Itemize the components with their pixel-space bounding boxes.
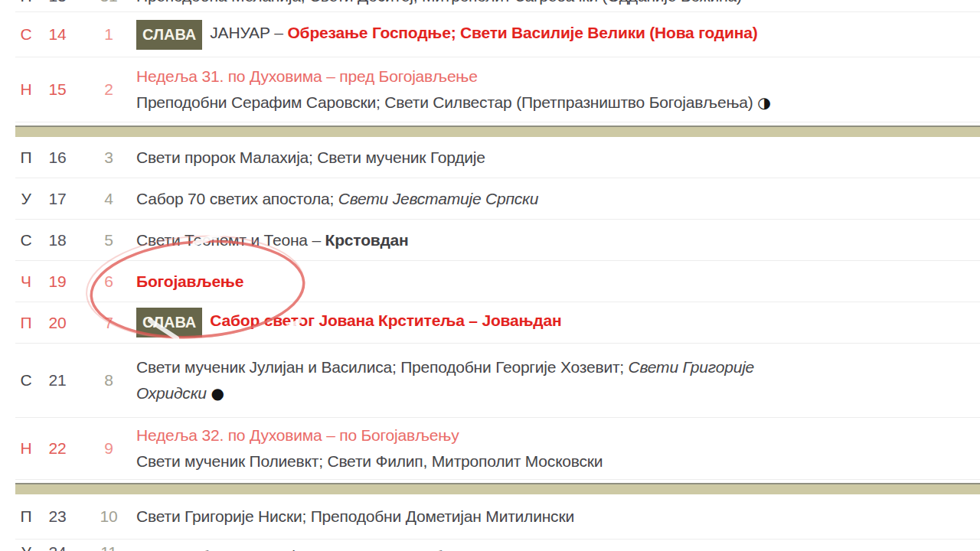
calendar-row: П163Свети пророк Малахија; Свети мученик… bbox=[15, 137, 980, 178]
entry-text: Преподобни Теодосије Велики; Преподобни … bbox=[136, 543, 980, 551]
separator-bar bbox=[15, 126, 980, 137]
weekday-cell: С bbox=[15, 231, 37, 249]
entry-segment: Недеља 31. по Духовима – пред Богојављењ… bbox=[136, 64, 478, 90]
old-date-cell: 8 bbox=[93, 371, 124, 390]
weekday-cell: У bbox=[15, 543, 37, 551]
entry-segment: Обрезање Господње; Свети Василије Велики… bbox=[287, 20, 757, 46]
entry-segment: ЈАНУАР – bbox=[210, 20, 287, 46]
calendar-row: Н229Недеља 32. по Духовима – по Богојављ… bbox=[15, 418, 980, 480]
new-date-cell: 21 bbox=[40, 371, 75, 390]
entry-segment: Свети мученик Полиевкт; Свети Филип, Мит… bbox=[136, 448, 603, 474]
new-date-cell: 13 bbox=[40, 0, 75, 5]
new-date-cell: 24 bbox=[40, 543, 75, 551]
weekday-cell: Н bbox=[15, 439, 37, 458]
weekday-cell: С bbox=[15, 25, 37, 44]
weekday-cell: П bbox=[15, 314, 37, 332]
calendar-row: Н152Недеља 31. по Духовима – пред Богоја… bbox=[15, 57, 980, 122]
old-date-cell: 10 bbox=[93, 507, 124, 526]
entry-text: Свети пророк Малахија; Свети мученик Гор… bbox=[136, 145, 980, 171]
old-date-cell: 7 bbox=[93, 314, 124, 332]
entry-segment: Свети Теопемт и Теона – bbox=[136, 227, 325, 253]
entry-text: Недеља 32. по Духовима – по БогојављењуС… bbox=[136, 422, 980, 474]
entry-segment: Свети Григорије bbox=[629, 354, 754, 380]
moon-phase-icon: ● bbox=[211, 380, 224, 406]
entry-segment: Свети Јевстатије Српски bbox=[338, 186, 538, 212]
church-calendar-list: П1331Преподобна Меланија; Свети Доситеј,… bbox=[0, 0, 980, 551]
old-date-cell: 3 bbox=[93, 148, 124, 167]
new-date-cell: 14 bbox=[40, 25, 75, 44]
entry-text: Сабор 70 светих апостола; Свети Јевстати… bbox=[136, 186, 980, 212]
new-date-cell: 15 bbox=[40, 80, 75, 99]
entry-text: СЛАВАСабор светог Јована Крститеља – Јов… bbox=[136, 308, 980, 337]
weekday-cell: П bbox=[15, 507, 37, 526]
calendar-row: С218Свети мученик Јулијан и Василиса; Пр… bbox=[15, 344, 980, 418]
entry-segment: Сабор светог Јована Крститеља – Јовањдан bbox=[210, 308, 561, 334]
entry-text: Преподобна Меланија; Свети Доситеј, Митр… bbox=[136, 0, 980, 5]
entry-segment: Богојављење bbox=[136, 269, 243, 295]
entry-segment: Сабор 70 светих апостола; bbox=[136, 186, 338, 212]
entry-segment: Преподобна Меланија; Свети Доситеј, Митр… bbox=[136, 0, 742, 5]
weekday-cell: П bbox=[15, 148, 37, 167]
entry-text: Недеља 31. по Духовима – пред Богојављењ… bbox=[136, 64, 980, 116]
weekday-cell: С bbox=[15, 371, 37, 390]
weekday-cell: У bbox=[15, 190, 37, 208]
new-date-cell: 23 bbox=[40, 507, 75, 526]
entry-segment: Недеља 32. по Духовима – по Богојављењу bbox=[136, 422, 459, 448]
calendar-row: Ч196Богојављење bbox=[15, 261, 980, 302]
old-date-cell: 31 bbox=[93, 0, 124, 5]
calendar-row: П207СЛАВАСабор светог Јована Крститеља –… bbox=[15, 302, 980, 344]
entry-segment: Преподобни Теодосије Велики; Преподобни … bbox=[136, 543, 594, 551]
new-date-cell: 20 bbox=[40, 314, 75, 332]
new-date-cell: 16 bbox=[40, 148, 75, 167]
slava-badge: СЛАВА bbox=[136, 308, 202, 337]
calendar-row: С141СЛАВАЈАНУАР – Обрезање Господње; Све… bbox=[15, 12, 980, 57]
calendar-row: У174Сабор 70 светих апостола; Свети Јевс… bbox=[15, 178, 980, 220]
weekday-cell: Ч bbox=[15, 272, 37, 291]
entry-text: Свети Григорије Ниски; Преподобни Домети… bbox=[136, 504, 980, 530]
entry-segment: Крстовдан bbox=[325, 227, 409, 253]
entry-segment: Свети пророк Малахија; Свети мученик Гор… bbox=[136, 145, 485, 171]
new-date-cell: 22 bbox=[40, 439, 75, 458]
old-date-cell: 1 bbox=[93, 25, 124, 44]
weekday-cell: П bbox=[15, 0, 37, 5]
old-date-cell: 2 bbox=[93, 80, 124, 99]
entry-text: Свети мученик Јулијан и Василиса; Препод… bbox=[136, 354, 980, 406]
old-date-cell: 4 bbox=[93, 190, 124, 208]
slava-badge: СЛАВА bbox=[136, 20, 202, 50]
old-date-cell: 5 bbox=[93, 231, 124, 249]
entry-text: Богојављење bbox=[136, 269, 980, 295]
entry-segment: Свети мученик Јулијан и Василиса; Препод… bbox=[136, 354, 629, 380]
new-date-cell: 17 bbox=[40, 190, 75, 208]
old-date-cell: 9 bbox=[93, 439, 124, 458]
calendar-row: П1331Преподобна Меланија; Свети Доситеј,… bbox=[15, 0, 980, 12]
entry-segment: Охридски bbox=[136, 380, 211, 406]
new-date-cell: 18 bbox=[40, 231, 75, 249]
entry-text: Свети Теопемт и Теона – Крстовдан bbox=[136, 227, 980, 253]
entry-segment: Свети Григорије Ниски; Преподобни Домети… bbox=[136, 504, 574, 530]
separator-bar bbox=[15, 483, 980, 494]
calendar-row: У2411Преподобни Теодосије Велики; Препод… bbox=[15, 540, 980, 551]
entry-segment: Преподобни Серафим Саровски; Свети Силве… bbox=[136, 90, 757, 116]
new-date-cell: 19 bbox=[40, 272, 75, 291]
calendar-row: П2310Свети Григорије Ниски; Преподобни Д… bbox=[15, 494, 980, 540]
moon-phase-icon: ◑ bbox=[757, 90, 770, 116]
calendar-row: С185Свети Теопемт и Теона – Крстовдан bbox=[15, 220, 980, 261]
old-date-cell: 11 bbox=[93, 543, 124, 551]
weekday-cell: Н bbox=[15, 80, 37, 99]
old-date-cell: 6 bbox=[93, 272, 124, 291]
entry-text: СЛАВАЈАНУАР – Обрезање Господње; Свети В… bbox=[136, 20, 980, 50]
